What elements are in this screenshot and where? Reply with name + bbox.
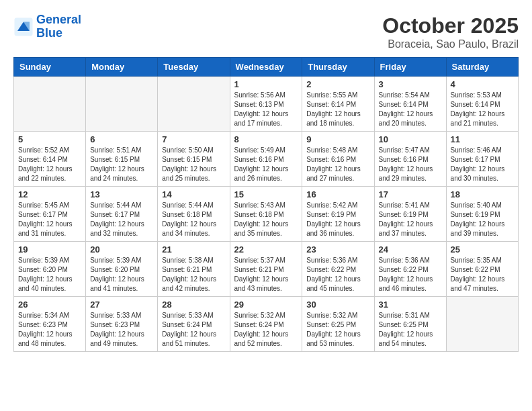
day-number: 24 xyxy=(379,244,442,255)
day-info: Sunrise: 5:46 AMSunset: 6:17 PMDaylight:… xyxy=(451,146,514,183)
day-cell: 21Sunrise: 5:38 AMSunset: 6:21 PMDayligh… xyxy=(158,242,230,297)
day-number: 12 xyxy=(18,189,81,199)
day-cell: 30Sunrise: 5:32 AMSunset: 6:25 PMDayligh… xyxy=(302,297,374,352)
day-number: 10 xyxy=(379,134,442,144)
day-cell: 4Sunrise: 5:53 AMSunset: 6:14 PMDaylight… xyxy=(446,77,518,132)
day-number: 27 xyxy=(90,300,153,310)
day-info: Sunrise: 5:34 AMSunset: 6:23 PMDaylight:… xyxy=(18,311,81,349)
day-info: Sunrise: 5:39 AMSunset: 6:20 PMDaylight:… xyxy=(18,256,81,293)
day-cell xyxy=(158,77,230,132)
day-info: Sunrise: 5:53 AMSunset: 6:14 PMDaylight:… xyxy=(451,91,514,128)
calendar: SundayMondayTuesdayWednesdayThursdayFrid… xyxy=(13,57,519,352)
day-cell: 8Sunrise: 5:49 AMSunset: 6:16 PMDaylight… xyxy=(230,132,302,187)
day-cell xyxy=(14,77,86,132)
day-number: 31 xyxy=(379,300,442,310)
day-number: 20 xyxy=(90,244,153,255)
day-cell: 6Sunrise: 5:51 AMSunset: 6:15 PMDaylight… xyxy=(86,132,158,187)
day-info: Sunrise: 5:54 AMSunset: 6:14 PMDaylight:… xyxy=(379,91,442,128)
day-number: 25 xyxy=(451,244,514,255)
day-cell: 18Sunrise: 5:40 AMSunset: 6:19 PMDayligh… xyxy=(446,187,518,242)
day-cell: 26Sunrise: 5:34 AMSunset: 6:23 PMDayligh… xyxy=(14,297,86,352)
logo-text: General Blue xyxy=(36,13,81,40)
day-number: 18 xyxy=(451,189,514,199)
week-row-1: 1Sunrise: 5:56 AMSunset: 6:13 PMDaylight… xyxy=(14,77,519,132)
day-cell: 7Sunrise: 5:50 AMSunset: 6:15 PMDaylight… xyxy=(158,132,230,187)
day-info: Sunrise: 5:56 AMSunset: 6:13 PMDaylight:… xyxy=(234,91,298,128)
day-cell: 22Sunrise: 5:37 AMSunset: 6:21 PMDayligh… xyxy=(230,242,302,297)
day-number: 13 xyxy=(90,189,153,199)
day-cell xyxy=(446,297,518,352)
day-info: Sunrise: 5:33 AMSunset: 6:23 PMDaylight:… xyxy=(90,311,153,349)
weekday-header-row: SundayMondayTuesdayWednesdayThursdayFrid… xyxy=(14,58,519,77)
day-number: 14 xyxy=(162,189,225,199)
day-number: 3 xyxy=(379,79,442,89)
day-info: Sunrise: 5:43 AMSunset: 6:18 PMDaylight:… xyxy=(234,201,298,238)
day-number: 16 xyxy=(306,189,369,199)
day-cell: 29Sunrise: 5:32 AMSunset: 6:24 PMDayligh… xyxy=(230,297,302,352)
day-info: Sunrise: 5:44 AMSunset: 6:18 PMDaylight:… xyxy=(162,201,225,238)
day-number: 1 xyxy=(234,79,298,89)
day-cell: 15Sunrise: 5:43 AMSunset: 6:18 PMDayligh… xyxy=(230,187,302,242)
weekday-header-monday: Monday xyxy=(86,58,158,77)
day-info: Sunrise: 5:33 AMSunset: 6:24 PMDaylight:… xyxy=(162,311,225,349)
day-number: 15 xyxy=(234,189,298,199)
day-number: 7 xyxy=(162,134,225,144)
day-cell: 25Sunrise: 5:35 AMSunset: 6:22 PMDayligh… xyxy=(446,242,518,297)
week-row-4: 19Sunrise: 5:39 AMSunset: 6:20 PMDayligh… xyxy=(14,242,519,297)
weekday-header-thursday: Thursday xyxy=(302,58,374,77)
day-info: Sunrise: 5:39 AMSunset: 6:20 PMDaylight:… xyxy=(90,256,153,293)
day-cell: 23Sunrise: 5:36 AMSunset: 6:22 PMDayligh… xyxy=(302,242,374,297)
day-cell: 11Sunrise: 5:46 AMSunset: 6:17 PMDayligh… xyxy=(446,132,518,187)
day-cell: 31Sunrise: 5:31 AMSunset: 6:25 PMDayligh… xyxy=(374,297,446,352)
week-row-3: 12Sunrise: 5:45 AMSunset: 6:17 PMDayligh… xyxy=(14,187,519,242)
day-cell: 3Sunrise: 5:54 AMSunset: 6:14 PMDaylight… xyxy=(374,77,446,132)
day-cell: 28Sunrise: 5:33 AMSunset: 6:24 PMDayligh… xyxy=(158,297,230,352)
day-cell: 17Sunrise: 5:41 AMSunset: 6:19 PMDayligh… xyxy=(374,187,446,242)
day-info: Sunrise: 5:32 AMSunset: 6:24 PMDaylight:… xyxy=(234,311,298,349)
day-cell: 19Sunrise: 5:39 AMSunset: 6:20 PMDayligh… xyxy=(14,242,86,297)
day-number: 6 xyxy=(90,134,153,144)
day-cell: 16Sunrise: 5:42 AMSunset: 6:19 PMDayligh… xyxy=(302,187,374,242)
day-number: 21 xyxy=(162,244,225,255)
weekday-header-sunday: Sunday xyxy=(14,58,86,77)
day-number: 19 xyxy=(18,244,81,255)
day-info: Sunrise: 5:48 AMSunset: 6:16 PMDaylight:… xyxy=(306,146,369,183)
day-info: Sunrise: 5:36 AMSunset: 6:22 PMDaylight:… xyxy=(379,256,442,293)
day-number: 28 xyxy=(162,300,225,310)
day-number: 5 xyxy=(18,134,81,144)
day-number: 2 xyxy=(306,79,369,89)
day-info: Sunrise: 5:49 AMSunset: 6:16 PMDaylight:… xyxy=(234,146,298,183)
day-info: Sunrise: 5:36 AMSunset: 6:22 PMDaylight:… xyxy=(306,256,369,293)
day-cell: 14Sunrise: 5:44 AMSunset: 6:18 PMDayligh… xyxy=(158,187,230,242)
day-info: Sunrise: 5:51 AMSunset: 6:15 PMDaylight:… xyxy=(90,146,153,183)
day-info: Sunrise: 5:55 AMSunset: 6:14 PMDaylight:… xyxy=(306,91,369,128)
day-info: Sunrise: 5:32 AMSunset: 6:25 PMDaylight:… xyxy=(306,311,369,349)
day-cell: 27Sunrise: 5:33 AMSunset: 6:23 PMDayligh… xyxy=(86,297,158,352)
weekday-header-wednesday: Wednesday xyxy=(230,58,302,77)
day-info: Sunrise: 5:41 AMSunset: 6:19 PMDaylight:… xyxy=(379,201,442,238)
day-cell: 20Sunrise: 5:39 AMSunset: 6:20 PMDayligh… xyxy=(86,242,158,297)
day-info: Sunrise: 5:37 AMSunset: 6:21 PMDaylight:… xyxy=(234,256,298,293)
day-number: 9 xyxy=(306,134,369,144)
title-block: October 2025 Boraceia, Sao Paulo, Brazil xyxy=(382,13,519,50)
day-cell: 24Sunrise: 5:36 AMSunset: 6:22 PMDayligh… xyxy=(374,242,446,297)
day-cell: 9Sunrise: 5:48 AMSunset: 6:16 PMDaylight… xyxy=(302,132,374,187)
day-cell: 13Sunrise: 5:44 AMSunset: 6:17 PMDayligh… xyxy=(86,187,158,242)
day-number: 29 xyxy=(234,300,298,310)
week-row-5: 26Sunrise: 5:34 AMSunset: 6:23 PMDayligh… xyxy=(14,297,519,352)
day-info: Sunrise: 5:52 AMSunset: 6:14 PMDaylight:… xyxy=(18,146,81,183)
logo-line2: Blue xyxy=(36,26,62,40)
day-cell: 5Sunrise: 5:52 AMSunset: 6:14 PMDaylight… xyxy=(14,132,86,187)
logo: General Blue xyxy=(13,13,81,40)
location: Boraceia, Sao Paulo, Brazil xyxy=(382,38,519,50)
weekday-header-friday: Friday xyxy=(374,58,446,77)
day-number: 8 xyxy=(234,134,298,144)
day-cell: 10Sunrise: 5:47 AMSunset: 6:16 PMDayligh… xyxy=(374,132,446,187)
day-info: Sunrise: 5:50 AMSunset: 6:15 PMDaylight:… xyxy=(162,146,225,183)
day-info: Sunrise: 5:45 AMSunset: 6:17 PMDaylight:… xyxy=(18,201,81,238)
week-row-2: 5Sunrise: 5:52 AMSunset: 6:14 PMDaylight… xyxy=(14,132,519,187)
day-cell xyxy=(86,77,158,132)
weekday-header-tuesday: Tuesday xyxy=(158,58,230,77)
day-number: 4 xyxy=(451,79,514,89)
day-number: 23 xyxy=(306,244,369,255)
